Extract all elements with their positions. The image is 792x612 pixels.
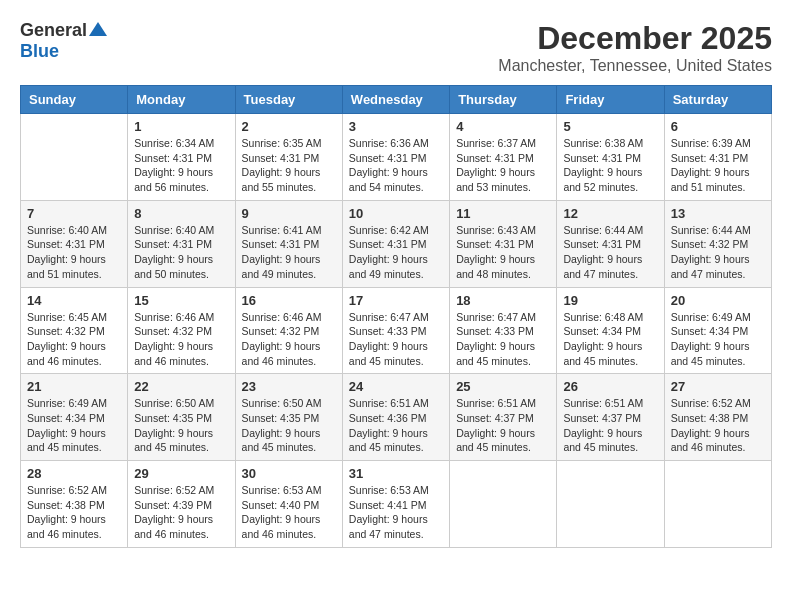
calendar-cell-1-6: 5 Sunrise: 6:38 AM Sunset: 4:31 PM Dayli… bbox=[557, 114, 664, 201]
calendar-cell-3-2: 15 Sunrise: 6:46 AM Sunset: 4:32 PM Dayl… bbox=[128, 287, 235, 374]
day-info: Sunrise: 6:34 AM Sunset: 4:31 PM Dayligh… bbox=[134, 136, 228, 195]
calendar-cell-2-2: 8 Sunrise: 6:40 AM Sunset: 4:31 PM Dayli… bbox=[128, 200, 235, 287]
daylight-text: Daylight: 9 hours and 49 minutes. bbox=[242, 253, 321, 280]
sunrise-text: Sunrise: 6:53 AM bbox=[349, 484, 429, 496]
sunset-text: Sunset: 4:37 PM bbox=[563, 412, 641, 424]
calendar-cell-4-6: 26 Sunrise: 6:51 AM Sunset: 4:37 PM Dayl… bbox=[557, 374, 664, 461]
day-number: 25 bbox=[456, 379, 550, 394]
sunrise-text: Sunrise: 6:46 AM bbox=[134, 311, 214, 323]
sunset-text: Sunset: 4:31 PM bbox=[242, 152, 320, 164]
sunrise-text: Sunrise: 6:36 AM bbox=[349, 137, 429, 149]
day-info: Sunrise: 6:46 AM Sunset: 4:32 PM Dayligh… bbox=[242, 310, 336, 369]
daylight-text: Daylight: 9 hours and 47 minutes. bbox=[563, 253, 642, 280]
daylight-text: Daylight: 9 hours and 51 minutes. bbox=[671, 166, 750, 193]
daylight-text: Daylight: 9 hours and 46 minutes. bbox=[27, 340, 106, 367]
day-info: Sunrise: 6:42 AM Sunset: 4:31 PM Dayligh… bbox=[349, 223, 443, 282]
title-area: December 2025 Manchester, Tennessee, Uni… bbox=[498, 20, 772, 75]
daylight-text: Daylight: 9 hours and 47 minutes. bbox=[671, 253, 750, 280]
sunrise-text: Sunrise: 6:51 AM bbox=[563, 397, 643, 409]
day-info: Sunrise: 6:51 AM Sunset: 4:36 PM Dayligh… bbox=[349, 396, 443, 455]
calendar-cell-1-1 bbox=[21, 114, 128, 201]
day-number: 19 bbox=[563, 293, 657, 308]
calendar-cell-4-4: 24 Sunrise: 6:51 AM Sunset: 4:36 PM Dayl… bbox=[342, 374, 449, 461]
day-info: Sunrise: 6:40 AM Sunset: 4:31 PM Dayligh… bbox=[134, 223, 228, 282]
calendar-cell-5-3: 30 Sunrise: 6:53 AM Sunset: 4:40 PM Dayl… bbox=[235, 461, 342, 548]
calendar-title: December 2025 bbox=[498, 20, 772, 57]
day-number: 22 bbox=[134, 379, 228, 394]
calendar-cell-1-7: 6 Sunrise: 6:39 AM Sunset: 4:31 PM Dayli… bbox=[664, 114, 771, 201]
day-number: 27 bbox=[671, 379, 765, 394]
sunrise-text: Sunrise: 6:52 AM bbox=[134, 484, 214, 496]
day-info: Sunrise: 6:45 AM Sunset: 4:32 PM Dayligh… bbox=[27, 310, 121, 369]
daylight-text: Daylight: 9 hours and 46 minutes. bbox=[242, 340, 321, 367]
day-number: 2 bbox=[242, 119, 336, 134]
day-info: Sunrise: 6:53 AM Sunset: 4:40 PM Dayligh… bbox=[242, 483, 336, 542]
sunset-text: Sunset: 4:33 PM bbox=[456, 325, 534, 337]
daylight-text: Daylight: 9 hours and 47 minutes. bbox=[349, 513, 428, 540]
sunset-text: Sunset: 4:31 PM bbox=[563, 152, 641, 164]
daylight-text: Daylight: 9 hours and 45 minutes. bbox=[349, 427, 428, 454]
calendar-cell-5-1: 28 Sunrise: 6:52 AM Sunset: 4:38 PM Dayl… bbox=[21, 461, 128, 548]
sunset-text: Sunset: 4:35 PM bbox=[134, 412, 212, 424]
calendar-cell-4-7: 27 Sunrise: 6:52 AM Sunset: 4:38 PM Dayl… bbox=[664, 374, 771, 461]
calendar-cell-4-5: 25 Sunrise: 6:51 AM Sunset: 4:37 PM Dayl… bbox=[450, 374, 557, 461]
calendar-cell-3-7: 20 Sunrise: 6:49 AM Sunset: 4:34 PM Dayl… bbox=[664, 287, 771, 374]
sunrise-text: Sunrise: 6:46 AM bbox=[242, 311, 322, 323]
calendar-cell-4-2: 22 Sunrise: 6:50 AM Sunset: 4:35 PM Dayl… bbox=[128, 374, 235, 461]
calendar-week-3: 14 Sunrise: 6:45 AM Sunset: 4:32 PM Dayl… bbox=[21, 287, 772, 374]
day-info: Sunrise: 6:49 AM Sunset: 4:34 PM Dayligh… bbox=[671, 310, 765, 369]
sunrise-text: Sunrise: 6:52 AM bbox=[27, 484, 107, 496]
day-number: 16 bbox=[242, 293, 336, 308]
day-number: 28 bbox=[27, 466, 121, 481]
sunrise-text: Sunrise: 6:47 AM bbox=[349, 311, 429, 323]
calendar-cell-5-2: 29 Sunrise: 6:52 AM Sunset: 4:39 PM Dayl… bbox=[128, 461, 235, 548]
calendar-table: Sunday Monday Tuesday Wednesday Thursday… bbox=[20, 85, 772, 548]
calendar-week-4: 21 Sunrise: 6:49 AM Sunset: 4:34 PM Dayl… bbox=[21, 374, 772, 461]
daylight-text: Daylight: 9 hours and 45 minutes. bbox=[242, 427, 321, 454]
day-info: Sunrise: 6:46 AM Sunset: 4:32 PM Dayligh… bbox=[134, 310, 228, 369]
sunset-text: Sunset: 4:33 PM bbox=[349, 325, 427, 337]
day-info: Sunrise: 6:51 AM Sunset: 4:37 PM Dayligh… bbox=[456, 396, 550, 455]
daylight-text: Daylight: 9 hours and 45 minutes. bbox=[563, 340, 642, 367]
calendar-cell-3-1: 14 Sunrise: 6:45 AM Sunset: 4:32 PM Dayl… bbox=[21, 287, 128, 374]
sunrise-text: Sunrise: 6:45 AM bbox=[27, 311, 107, 323]
day-number: 14 bbox=[27, 293, 121, 308]
sunrise-text: Sunrise: 6:39 AM bbox=[671, 137, 751, 149]
day-number: 21 bbox=[27, 379, 121, 394]
header: General Blue December 2025 Manchester, T… bbox=[20, 20, 772, 75]
sunrise-text: Sunrise: 6:44 AM bbox=[671, 224, 751, 236]
daylight-text: Daylight: 9 hours and 46 minutes. bbox=[242, 513, 321, 540]
day-number: 23 bbox=[242, 379, 336, 394]
daylight-text: Daylight: 9 hours and 51 minutes. bbox=[27, 253, 106, 280]
daylight-text: Daylight: 9 hours and 45 minutes. bbox=[456, 340, 535, 367]
sunrise-text: Sunrise: 6:48 AM bbox=[563, 311, 643, 323]
col-monday: Monday bbox=[128, 86, 235, 114]
logo: General Blue bbox=[20, 20, 107, 62]
col-sunday: Sunday bbox=[21, 86, 128, 114]
calendar-subtitle: Manchester, Tennessee, United States bbox=[498, 57, 772, 75]
calendar-cell-5-7 bbox=[664, 461, 771, 548]
day-info: Sunrise: 6:44 AM Sunset: 4:31 PM Dayligh… bbox=[563, 223, 657, 282]
logo-blue-text: Blue bbox=[20, 41, 59, 62]
calendar-cell-1-4: 3 Sunrise: 6:36 AM Sunset: 4:31 PM Dayli… bbox=[342, 114, 449, 201]
sunrise-text: Sunrise: 6:34 AM bbox=[134, 137, 214, 149]
day-number: 30 bbox=[242, 466, 336, 481]
sunrise-text: Sunrise: 6:49 AM bbox=[27, 397, 107, 409]
day-number: 17 bbox=[349, 293, 443, 308]
sunrise-text: Sunrise: 6:40 AM bbox=[27, 224, 107, 236]
sunset-text: Sunset: 4:32 PM bbox=[242, 325, 320, 337]
sunset-text: Sunset: 4:31 PM bbox=[134, 152, 212, 164]
day-info: Sunrise: 6:43 AM Sunset: 4:31 PM Dayligh… bbox=[456, 223, 550, 282]
day-number: 5 bbox=[563, 119, 657, 134]
day-info: Sunrise: 6:40 AM Sunset: 4:31 PM Dayligh… bbox=[27, 223, 121, 282]
calendar-cell-4-3: 23 Sunrise: 6:50 AM Sunset: 4:35 PM Dayl… bbox=[235, 374, 342, 461]
day-info: Sunrise: 6:47 AM Sunset: 4:33 PM Dayligh… bbox=[349, 310, 443, 369]
calendar-cell-2-7: 13 Sunrise: 6:44 AM Sunset: 4:32 PM Dayl… bbox=[664, 200, 771, 287]
sunset-text: Sunset: 4:31 PM bbox=[456, 152, 534, 164]
daylight-text: Daylight: 9 hours and 46 minutes. bbox=[134, 513, 213, 540]
day-info: Sunrise: 6:50 AM Sunset: 4:35 PM Dayligh… bbox=[242, 396, 336, 455]
sunset-text: Sunset: 4:38 PM bbox=[671, 412, 749, 424]
sunset-text: Sunset: 4:32 PM bbox=[671, 238, 749, 250]
day-info: Sunrise: 6:41 AM Sunset: 4:31 PM Dayligh… bbox=[242, 223, 336, 282]
day-info: Sunrise: 6:49 AM Sunset: 4:34 PM Dayligh… bbox=[27, 396, 121, 455]
